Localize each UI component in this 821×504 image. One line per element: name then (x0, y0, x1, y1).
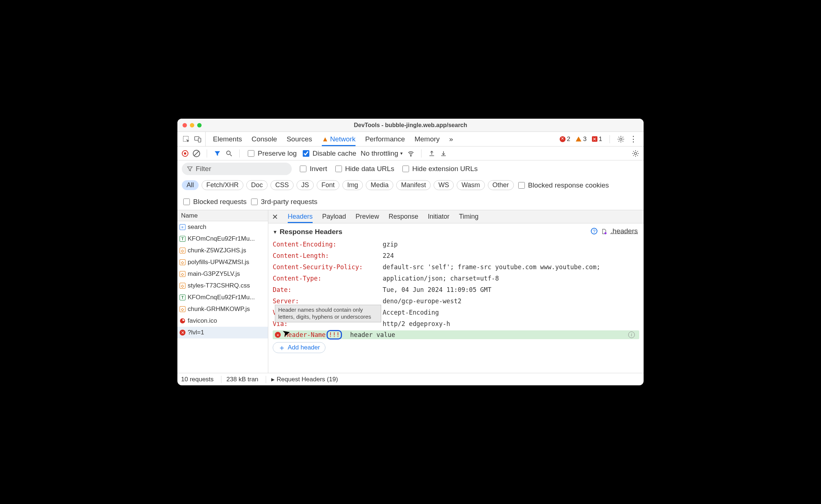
funnel-icon (187, 166, 193, 172)
throttling-dropdown[interactable]: No throttling▾ (361, 149, 403, 158)
type-pill-font[interactable]: Font (317, 180, 339, 190)
type-pill-img[interactable]: Img (342, 180, 363, 190)
device-toolbar-icon[interactable] (194, 136, 202, 143)
detail-tab-preview[interactable]: Preview (356, 210, 379, 223)
request-row[interactable]: ◇chunk-Z5WZJGHS.js (177, 245, 268, 256)
disable-cache-checkbox[interactable]: Disable cache (301, 149, 356, 158)
hide-extension-urls-checkbox[interactable]: Hide extension URLs (401, 164, 478, 173)
upload-har-icon[interactable] (428, 150, 435, 157)
network-settings-gear-icon[interactable] (632, 150, 639, 157)
detail-tab-initiator[interactable]: Initiator (428, 210, 449, 223)
type-pill-fetchxhr[interactable]: Fetch/XHR (202, 180, 243, 190)
filter-input[interactable]: Filter (182, 163, 292, 175)
type-pill-wasm[interactable]: Wasm (457, 180, 485, 190)
search-icon[interactable] (225, 150, 233, 157)
detail-tab-headers[interactable]: Headers (288, 210, 313, 223)
script-icon: ◇ (180, 248, 185, 253)
header-row: Date:Tue, 04 Jun 2024 11:09:05 GMT (273, 284, 639, 296)
request-name: styles-T73CSHRQ.css (188, 282, 250, 289)
tab-elements[interactable]: Elements (213, 132, 242, 146)
error-count[interactable]: 2 (560, 136, 570, 143)
type-pill-manifest[interactable]: Manifest (396, 180, 431, 190)
titlebar: DevTools - bubble-jingle.web.app/search (177, 119, 644, 132)
tab-network[interactable]: ▲Network (322, 132, 356, 146)
type-pill-ws[interactable]: WS (434, 180, 454, 190)
add-header-button[interactable]: ＋ Add header (273, 342, 325, 353)
invert-checkbox[interactable]: Invert (298, 164, 327, 173)
headers-panel: ? .headers ▼ Response Headers Content-En… (268, 223, 644, 373)
header-name: Date: (273, 284, 383, 296)
clear-button[interactable] (193, 150, 200, 157)
warning-count[interactable]: 3 (575, 136, 586, 143)
request-name: KFOmCnqEu92Fr1Mu... (188, 235, 255, 242)
request-row[interactable]: ◇chunk-GRHMKOWP.js (177, 303, 268, 315)
header-name: Content-Length: (273, 250, 383, 262)
request-row[interactable]: favicon.ico (177, 315, 268, 327)
override-file-icon[interactable] (601, 228, 607, 234)
more-tabs-button[interactable]: » (449, 132, 453, 146)
type-pill-all[interactable]: All (182, 180, 199, 190)
request-row[interactable]: TKFOmCnqEu92Fr1Mu... (177, 292, 268, 303)
third-party-checkbox[interactable]: 3rd-party requests (250, 197, 317, 206)
detail-tab-payload[interactable]: Payload (322, 210, 346, 223)
response-headers-section[interactable]: ▼ Response Headers (273, 228, 639, 236)
request-row[interactable]: ◇polyfills-UPW4ZMSI.js (177, 256, 268, 268)
new-header-value[interactable]: header value (343, 331, 637, 338)
help-icon[interactable]: ? (591, 228, 597, 234)
request-row[interactable]: ✕?lvl=1 (177, 327, 268, 338)
request-row[interactable]: TKFOmCnqEu92Fr1Mu... (177, 233, 268, 245)
header-value: Accept-Encoding (383, 307, 439, 318)
detail-tab-response[interactable]: Response (389, 210, 418, 223)
request-name: main-G3PZY5LV.js (188, 270, 240, 278)
svg-point-3 (620, 138, 622, 140)
warning-triangle-icon: ▲ (322, 135, 329, 143)
header-value: default-src 'self'; frame-src youtube.co… (383, 262, 600, 273)
main-tabs-bar: ElementsConsoleSources▲NetworkPerformanc… (177, 132, 644, 147)
header-value: deno/gcp-europe-west2 (383, 296, 461, 307)
request-list: Name ≡searchTKFOmCnqEu92Fr1Mu...◇chunk-Z… (177, 210, 268, 373)
script-icon: ◇ (180, 259, 185, 265)
request-row[interactable]: ◇main-G3PZY5LV.js (177, 268, 268, 280)
header-value: gzip (383, 239, 398, 250)
header-row: Content-Security-Policy:default-src 'sel… (273, 262, 639, 273)
script-icon: ◇ (180, 271, 185, 277)
transfer-size: 238 kB tran (221, 376, 258, 383)
column-header-name[interactable]: Name (177, 210, 268, 221)
network-conditions-icon[interactable] (407, 150, 415, 157)
tab-sources[interactable]: Sources (287, 132, 312, 146)
hide-data-urls-checkbox[interactable]: Hide data URLs (334, 164, 394, 173)
request-row[interactable]: ≡search (177, 221, 268, 233)
tab-performance[interactable]: Performance (365, 132, 405, 146)
type-pill-doc[interactable]: Doc (246, 180, 268, 190)
more-menu-icon[interactable]: ⋮ (630, 136, 637, 143)
request-headers-section[interactable]: ▶ Request Headers (19) (266, 376, 338, 383)
blocked-requests-checkbox[interactable]: Blocked requests (182, 197, 247, 206)
download-har-icon[interactable] (440, 150, 447, 157)
settings-gear-icon[interactable] (617, 136, 625, 143)
tab-memory[interactable]: Memory (415, 132, 440, 146)
type-pill-css[interactable]: CSS (270, 180, 294, 190)
new-header-row[interactable]: ✕ Header-Name!!! header value i (273, 330, 639, 339)
issue-count[interactable]: ✕1 (592, 136, 602, 143)
inspect-icon[interactable] (183, 136, 190, 143)
request-row[interactable]: ◇styles-T73CSHRQ.css (177, 280, 268, 292)
info-icon[interactable]: i (628, 331, 635, 338)
blocked-cookies-checkbox[interactable]: Blocked response cookies (517, 181, 609, 190)
header-name: Content-Type: (273, 273, 383, 284)
type-pill-other[interactable]: Other (488, 180, 514, 190)
request-name: chunk-Z5WZJGHS.js (188, 247, 246, 254)
header-value: Tue, 04 Jun 2024 11:09:05 GMT (383, 284, 492, 296)
request-name: ?lvl=1 (188, 329, 204, 336)
header-value: http/2 edgeproxy-h (383, 318, 450, 330)
type-pill-media[interactable]: Media (366, 180, 393, 190)
headers-file-link[interactable]: .headers (611, 227, 638, 235)
close-detail-icon[interactable]: ✕ (272, 212, 278, 221)
type-pill-js[interactable]: JS (297, 180, 314, 190)
filter-toggle-icon[interactable] (214, 150, 221, 157)
record-button[interactable] (182, 150, 188, 157)
preserve-log-checkbox[interactable]: Preserve log (246, 149, 297, 158)
tab-console[interactable]: Console (251, 132, 277, 146)
header-row: Content-Encoding:gzip (273, 239, 639, 250)
request-name: search (188, 223, 206, 231)
detail-tab-timing[interactable]: Timing (459, 210, 478, 223)
